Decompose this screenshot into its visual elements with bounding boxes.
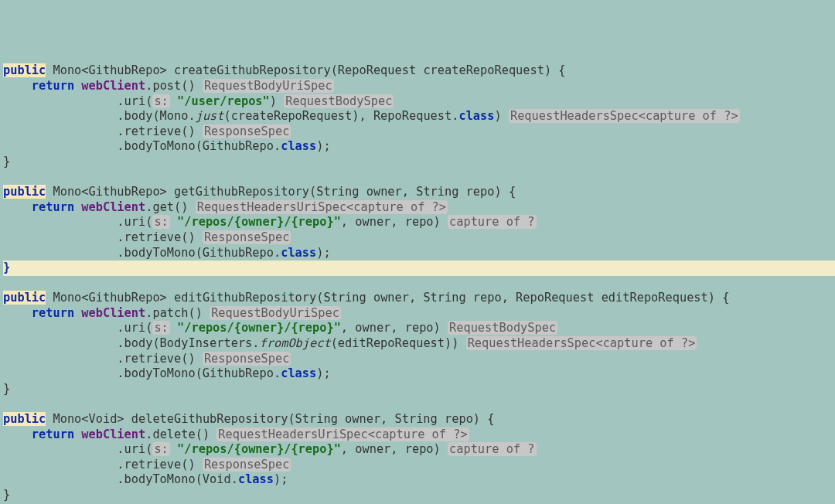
code: .uri( <box>3 321 152 335</box>
code: .uri( <box>3 442 152 456</box>
code: (editRepoRequest)) <box>331 336 459 350</box>
code-line[interactable]: .uri(s: "/repos/{owner}/{repo}", owner, … <box>3 321 835 336</box>
code: ); <box>316 139 330 153</box>
code-line[interactable]: public Mono<GithubRepo> createGithubRepo… <box>3 63 835 79</box>
brace-close: } <box>3 155 10 169</box>
keyword-return: return <box>32 79 74 93</box>
code-line[interactable]: .retrieve() ResponseSpec <box>3 352 835 367</box>
string-literal: "/repos/{owner}/{repo}" <box>170 215 341 229</box>
inlay-hint: RequestHeadersUriSpec<capture of ?> <box>216 427 469 441</box>
keyword-return: return <box>32 427 74 441</box>
code-line[interactable]: public Mono<GithubRepo> getGithubReposit… <box>3 185 835 200</box>
call: .post() <box>145 79 195 93</box>
code-line-current[interactable]: } <box>3 261 835 276</box>
code: ); <box>316 366 330 380</box>
method-name: deleteGithubRepository <box>131 412 288 426</box>
field-webclient: webClient <box>74 306 145 320</box>
inlay-hint: ResponseSpec <box>203 230 291 244</box>
code: .retrieve() <box>3 124 196 138</box>
code-line[interactable]: .uri(s: "/repos/{owner}/{repo}", owner, … <box>3 442 835 458</box>
code-line[interactable]: return webClient.post() RequestBodyUriSp… <box>3 79 835 94</box>
code-line[interactable]: return webClient.delete() RequestHeaders… <box>3 427 835 443</box>
string-literal: "/repos/{owner}/{repo}" <box>170 442 341 456</box>
brace-close: } <box>3 261 10 274</box>
inlay-hint: capture of ? <box>448 215 537 229</box>
call: .get() <box>145 200 188 214</box>
code: .bodyToMono(GithubRepo. <box>3 366 281 380</box>
code: .retrieve() <box>3 352 196 366</box>
inlay-hint: RequestBodySpec <box>284 94 394 108</box>
code-line[interactable]: .retrieve() ResponseSpec <box>3 124 835 140</box>
inlay-hint: s: <box>152 215 169 229</box>
code-editor[interactable]: public Mono<GithubRepo> createGithubRepo… <box>3 63 835 502</box>
code: .bodyToMono(GithubRepo. <box>3 246 281 260</box>
keyword-class: class <box>238 472 274 486</box>
code: (createRepoRequest), RepoRequest. <box>224 109 459 123</box>
call: .patch() <box>145 306 203 320</box>
keyword-public: public <box>3 185 46 199</box>
code: , owner, repo) <box>341 442 441 456</box>
code: .uri( <box>3 215 152 229</box>
keyword-public: public <box>3 291 46 305</box>
keyword-class: class <box>281 246 316 260</box>
code-line[interactable]: .bodyToMono(GithubRepo.class); <box>3 366 835 382</box>
code: .body(Mono. <box>3 109 196 123</box>
inlay-hint: RequestBodyUriSpec <box>203 79 334 93</box>
code: .retrieve() <box>3 458 196 472</box>
keyword-return: return <box>32 200 74 214</box>
return-type: Mono<GithubRepo> <box>46 291 174 305</box>
code: ) <box>495 109 502 123</box>
blank-line[interactable] <box>3 276 835 291</box>
code: .bodyToMono(GithubRepo. <box>3 139 281 153</box>
code-line[interactable]: .uri(s: "/repos/{owner}/{repo}", owner, … <box>3 215 835 230</box>
code-line[interactable]: } <box>3 155 835 170</box>
inlay-hint: s: <box>152 94 169 108</box>
params: (RepoRequest createRepoRequest) { <box>331 63 566 77</box>
code-line[interactable]: .body(Mono.just(createRepoRequest), Repo… <box>3 109 835 124</box>
method-name: getGithubRepository <box>174 185 309 199</box>
code-line[interactable]: } <box>3 488 835 503</box>
keyword-class: class <box>281 366 316 380</box>
code-line[interactable]: } <box>3 382 835 397</box>
code-line[interactable]: .bodyToMono(GithubRepo.class); <box>3 246 835 261</box>
indent <box>3 306 32 320</box>
code-line[interactable]: .retrieve() ResponseSpec <box>3 458 835 473</box>
method-name: createGithubRepository <box>174 63 331 77</box>
indent <box>3 200 32 214</box>
inlay-hint: capture of ? <box>448 442 537 456</box>
code-line[interactable]: .bodyToMono(Void.class); <box>3 472 835 488</box>
code-line[interactable]: .bodyToMono(GithubRepo.class); <box>3 139 835 155</box>
code-line[interactable]: .uri(s: "/user/repos") RequestBodySpec <box>3 94 835 110</box>
static-method: just <box>196 109 224 123</box>
keyword-public: public <box>3 412 46 426</box>
return-type: Mono<Void> <box>46 412 131 426</box>
blank-line[interactable] <box>3 397 835 412</box>
indent <box>3 427 32 441</box>
code-line[interactable]: public Mono<GithubRepo> editGithubReposi… <box>3 291 835 306</box>
keyword-public: public <box>3 63 46 77</box>
inlay-hint: RequestHeadersSpec<capture of ?> <box>466 336 697 350</box>
code: ); <box>316 246 330 260</box>
method-name: editGithubRepository <box>174 291 316 305</box>
field-webclient: webClient <box>74 427 145 441</box>
code-line[interactable]: return webClient.get() RequestHeadersUri… <box>3 200 835 216</box>
code-line[interactable]: return webClient.patch() RequestBodyUriS… <box>3 306 835 322</box>
code: .retrieve() <box>3 230 196 244</box>
inlay-hint: ResponseSpec <box>203 458 291 472</box>
inlay-hint: ResponseSpec <box>203 352 291 366</box>
code-line[interactable]: .retrieve() ResponseSpec <box>3 230 835 246</box>
params: (String owner, String repo) { <box>288 412 494 426</box>
brace-close: } <box>3 382 10 396</box>
inlay-hint: RequestBodyUriSpec <box>210 306 341 320</box>
blank-line[interactable] <box>3 170 835 186</box>
indent <box>3 79 32 93</box>
string-literal: "/repos/{owner}/{repo}" <box>170 321 341 335</box>
keyword-return: return <box>32 306 74 320</box>
code-line[interactable]: .body(BodyInserters.fromObject(editRepoR… <box>3 336 835 352</box>
inlay-hint: s: <box>152 442 169 456</box>
code-line[interactable]: public Mono<Void> deleteGithubRepository… <box>3 412 835 427</box>
call: .delete() <box>145 427 210 441</box>
inlay-hint: RequestBodySpec <box>448 321 557 335</box>
string-literal: "/user/repos" <box>170 94 270 108</box>
keyword-class: class <box>458 109 494 123</box>
